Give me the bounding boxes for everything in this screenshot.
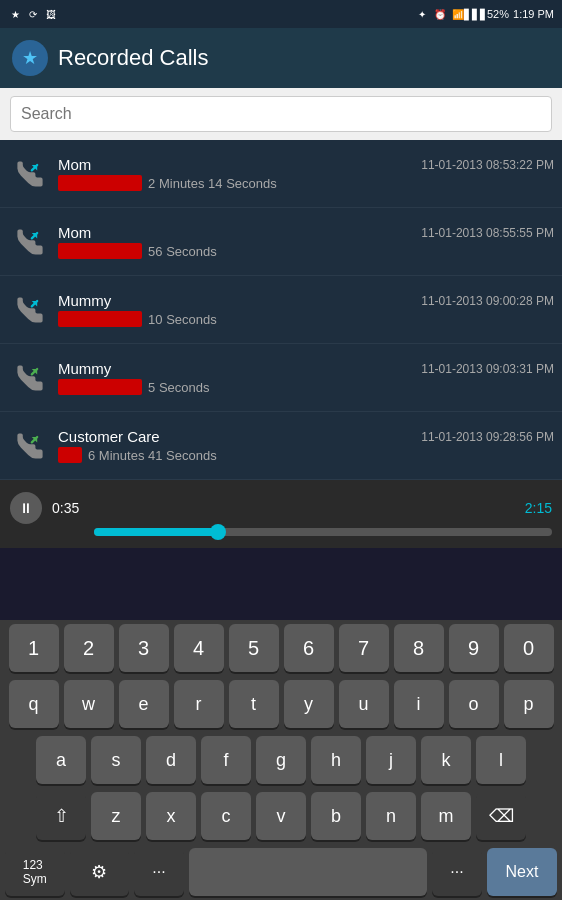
app-header: ★ Recorded Calls: [0, 28, 562, 88]
key-8[interactable]: 8: [394, 624, 444, 672]
keyboard-row-qwerty: q w e r t y u i o p: [0, 676, 562, 732]
key-1[interactable]: 1: [9, 624, 59, 672]
alarm-icon: ⏰: [433, 7, 447, 21]
key-9[interactable]: 9: [449, 624, 499, 672]
backspace-key[interactable]: ⌫: [476, 792, 526, 840]
search-bar[interactable]: [0, 88, 562, 140]
player-total-time: 2:15: [525, 500, 552, 516]
key-d[interactable]: d: [146, 736, 196, 784]
keyboard-row-zxcv: ⇧ z x c v b n m ⌫: [0, 788, 562, 844]
status-icons-right: ✦ ⏰ 📶 ▋▋▋ 52% 1:19 PM: [415, 7, 554, 21]
dots-key[interactable]: ···: [134, 848, 184, 896]
keyboard-row-asdf: a s d f g h j k l: [0, 732, 562, 788]
key-b[interactable]: b: [311, 792, 361, 840]
key-f[interactable]: f: [201, 736, 251, 784]
keyboard: 1 2 3 4 5 6 7 8 9 0 q w e r t y u i o p …: [0, 620, 562, 900]
status-icons-left: ★ ⟳ 🖼: [8, 7, 58, 21]
pause-button[interactable]: ⏸: [10, 492, 42, 524]
call-details: Customer Care 11-01-2013 09:28:56 PM 121…: [58, 428, 554, 463]
key-z[interactable]: z: [91, 792, 141, 840]
call-date: 11-01-2013 09:03:31 PM: [421, 362, 554, 376]
call-duration: 56 Seconds: [148, 244, 217, 259]
table-row[interactable]: Mom 11-01-2013 08:53:22 PM 919333389915 …: [0, 140, 562, 208]
call-number: 919333389915: [58, 175, 142, 191]
key-2[interactable]: 2: [64, 624, 114, 672]
next-button[interactable]: Next: [487, 848, 557, 896]
call-date: 11-01-2013 08:53:22 PM: [421, 158, 554, 172]
table-row[interactable]: Mummy 11-01-2013 09:00:28 PM 91998819919…: [0, 276, 562, 344]
call-number: 919988199192: [58, 379, 142, 395]
call-list: Mom 11-01-2013 08:53:22 PM 919333389915 …: [0, 140, 562, 480]
call-icon: [8, 356, 52, 400]
call-name: Customer Care: [58, 428, 160, 445]
key-j[interactable]: j: [366, 736, 416, 784]
options-key[interactable]: ···: [432, 848, 482, 896]
player-current-time: 0:35: [52, 500, 79, 516]
player-controls: ⏸ 0:35 2:15: [10, 492, 552, 524]
keyboard-row-numbers: 1 2 3 4 5 6 7 8 9 0: [0, 620, 562, 676]
key-m[interactable]: m: [421, 792, 471, 840]
progress-fill: [94, 528, 218, 536]
call-number: 919988199192: [58, 311, 142, 327]
search-input[interactable]: [10, 96, 552, 132]
key-p[interactable]: p: [504, 680, 554, 728]
key-0[interactable]: 0: [504, 624, 554, 672]
table-row[interactable]: Mummy 11-01-2013 09:03:31 PM 91998819919…: [0, 344, 562, 412]
key-5[interactable]: 5: [229, 624, 279, 672]
call-name: Mummy: [58, 360, 111, 377]
key-r[interactable]: r: [174, 680, 224, 728]
sym-key[interactable]: 123Sym: [5, 848, 65, 896]
key-4[interactable]: 4: [174, 624, 224, 672]
call-name: Mummy: [58, 292, 111, 309]
status-bar: ★ ⟳ 🖼 ✦ ⏰ 📶 ▋▋▋ 52% 1:19 PM: [0, 0, 562, 28]
progress-thumb[interactable]: [210, 524, 226, 540]
key-i[interactable]: i: [394, 680, 444, 728]
call-details: Mummy 11-01-2013 09:03:31 PM 91998819919…: [58, 360, 554, 395]
key-v[interactable]: v: [256, 792, 306, 840]
settings-key[interactable]: ⚙: [70, 848, 130, 896]
key-n[interactable]: n: [366, 792, 416, 840]
key-h[interactable]: h: [311, 736, 361, 784]
table-row[interactable]: Customer Care 11-01-2013 09:28:56 PM 121…: [0, 412, 562, 480]
key-s[interactable]: s: [91, 736, 141, 784]
key-l[interactable]: l: [476, 736, 526, 784]
call-details: Mummy 11-01-2013 09:00:28 PM 91998819919…: [58, 292, 554, 327]
key-6[interactable]: 6: [284, 624, 334, 672]
star-icon: ★: [8, 7, 22, 21]
key-3[interactable]: 3: [119, 624, 169, 672]
image-icon: 🖼: [44, 7, 58, 21]
key-k[interactable]: k: [421, 736, 471, 784]
key-g[interactable]: g: [256, 736, 306, 784]
key-q[interactable]: q: [9, 680, 59, 728]
progress-bar[interactable]: [94, 528, 552, 536]
key-y[interactable]: y: [284, 680, 334, 728]
wifi-icon: 📶: [451, 7, 465, 21]
key-x[interactable]: x: [146, 792, 196, 840]
key-o[interactable]: o: [449, 680, 499, 728]
call-date: 11-01-2013 08:55:55 PM: [421, 226, 554, 240]
key-c[interactable]: c: [201, 792, 251, 840]
key-e[interactable]: e: [119, 680, 169, 728]
call-duration: 5 Seconds: [148, 380, 209, 395]
bluetooth-icon: ✦: [415, 7, 429, 21]
page-title: Recorded Calls: [58, 45, 208, 71]
refresh-icon: ⟳: [26, 7, 40, 21]
shift-key[interactable]: ⇧: [36, 792, 86, 840]
keyboard-row-bottom: 123Sym ⚙ ··· ··· Next: [0, 844, 562, 900]
space-key[interactable]: [189, 848, 427, 896]
call-icon: [8, 152, 52, 196]
call-date: 11-01-2013 09:28:56 PM: [421, 430, 554, 444]
battery-text: 52%: [487, 8, 509, 20]
call-duration: 6 Minutes 41 Seconds: [88, 448, 217, 463]
star-logo-icon: ★: [22, 47, 38, 69]
call-number: 121: [58, 447, 82, 463]
table-row[interactable]: Mom 11-01-2013 08:55:55 PM 919333389915 …: [0, 208, 562, 276]
call-icon: [8, 220, 52, 264]
key-u[interactable]: u: [339, 680, 389, 728]
key-7[interactable]: 7: [339, 624, 389, 672]
call-name: Mom: [58, 156, 91, 173]
key-w[interactable]: w: [64, 680, 114, 728]
call-details: Mom 11-01-2013 08:55:55 PM 919333389915 …: [58, 224, 554, 259]
key-t[interactable]: t: [229, 680, 279, 728]
key-a[interactable]: a: [36, 736, 86, 784]
